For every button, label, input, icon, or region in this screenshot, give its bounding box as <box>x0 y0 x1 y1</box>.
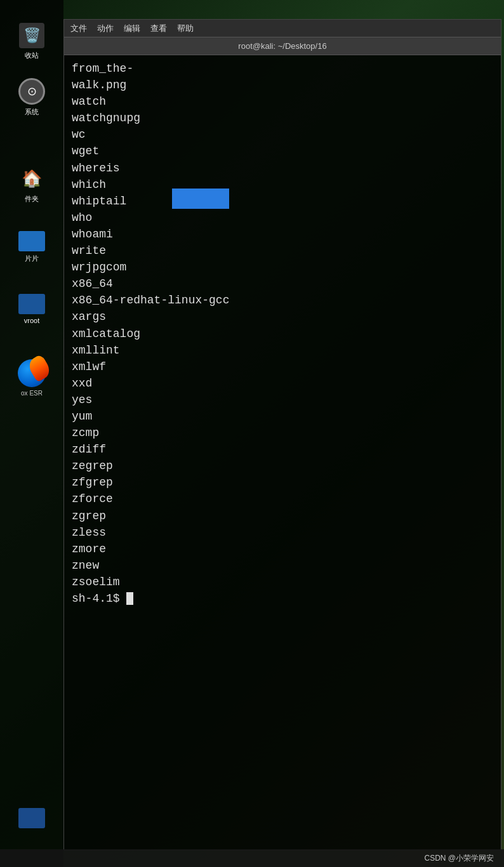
sidebar-item-recycle[interactable]: 🗑️ 收站 <box>10 19 54 63</box>
menu-bar: 文件 动作 编辑 查看 帮助 <box>64 20 501 37</box>
menu-file[interactable]: 文件 <box>70 23 87 34</box>
terminal-cursor <box>126 592 133 605</box>
menu-help[interactable]: 帮助 <box>177 23 194 34</box>
title-bar: root@kali: ~/Desktop/16 <box>64 37 501 55</box>
sidebar: 🗑️ 收站 ⊙ 系统 🏠 件夹 片片 vroot ox ESR <box>0 0 63 867</box>
terminal-window: 文件 动作 编辑 查看 帮助 root@kali: ~/Desktop/16 f… <box>63 19 501 850</box>
terminal-content[interactable]: from_the- walk.png watch watchgnupg wc w… <box>64 55 501 850</box>
sidebar-item-firefox[interactable]: ox ESR <box>10 355 54 400</box>
sidebar-item-photos[interactable]: 片片 <box>10 225 54 269</box>
tooltip-box <box>172 189 229 209</box>
terminal-output: from_the- walk.png watch watchgnupg wc w… <box>72 60 493 607</box>
sidebar-item-system[interactable]: ⊙ 系统 <box>10 75 54 119</box>
sidebar-item-extra[interactable] <box>10 797 54 842</box>
menu-action[interactable]: 动作 <box>97 23 114 34</box>
status-text: CSDN @小荣学网安 <box>424 853 494 864</box>
sidebar-item-home[interactable]: 🏠 件夹 <box>10 162 54 207</box>
menu-view[interactable]: 查看 <box>150 23 167 34</box>
window-title: root@kali: ~/Desktop/16 <box>238 41 326 51</box>
sidebar-item-vroot[interactable]: vroot <box>10 287 54 331</box>
menu-edit[interactable]: 编辑 <box>124 23 140 34</box>
status-bar: CSDN @小荣学网安 <box>0 849 504 867</box>
